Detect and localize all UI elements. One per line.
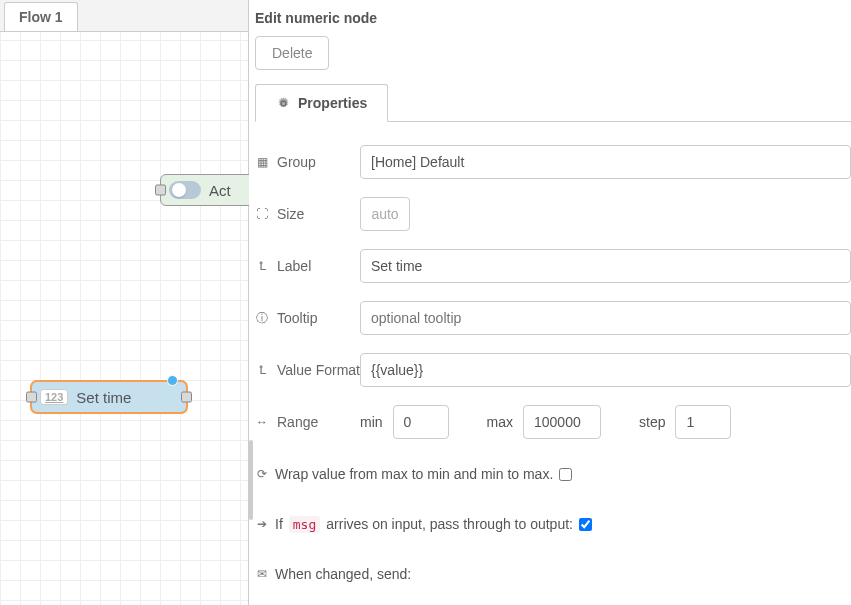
table-icon: ▦ <box>255 155 269 169</box>
info-icon: ⓘ <box>255 311 269 325</box>
label-input[interactable] <box>360 249 851 283</box>
switch-toggle-icon <box>169 181 201 199</box>
node-input-port[interactable] <box>26 392 37 403</box>
tooltip-label: Tooltip <box>277 310 317 326</box>
panel-title: Edit numeric node <box>255 6 851 36</box>
node-numeric[interactable]: 123 Set time <box>30 380 188 414</box>
resize-icon: ⛶ <box>255 207 269 221</box>
node-switch-label: Act <box>209 182 231 199</box>
arrow-right-icon: ➔ <box>255 517 269 531</box>
step-label: step <box>639 414 665 430</box>
max-input[interactable] <box>523 405 601 439</box>
workspace-canvas[interactable]: Flow 1 Act 123 Set time <box>0 0 249 605</box>
passthrough-checkbox[interactable] <box>579 518 592 531</box>
node-numeric-label: Set time <box>76 389 131 406</box>
max-label: max <box>487 414 513 430</box>
panel-tabs: Properties <box>255 84 851 122</box>
group-label: Group <box>277 154 316 170</box>
when-changed-label: When changed, send: <box>275 566 411 582</box>
scrollbar[interactable] <box>249 440 253 520</box>
arrows-h-icon: ↔ <box>255 415 269 429</box>
tab-properties[interactable]: Properties <box>255 84 388 122</box>
msg-code: msg <box>289 516 320 533</box>
node-input-port[interactable] <box>155 185 166 196</box>
text-cursor-icon: Ꝉ <box>255 363 269 377</box>
refresh-icon: ⟳ <box>255 467 269 481</box>
value-format-label: Value Format <box>277 362 360 378</box>
numeric-badge-icon: 123 <box>40 389 68 405</box>
edit-panel: Edit numeric node Delete Properties ▦ Gr… <box>249 0 851 605</box>
group-input[interactable] <box>360 145 851 179</box>
label-label: Label <box>277 258 311 274</box>
wrap-checkbox[interactable] <box>559 468 572 481</box>
flow-tab[interactable]: Flow 1 <box>4 2 78 31</box>
wrap-label: Wrap value from max to min and min to ma… <box>275 466 553 482</box>
min-input[interactable] <box>393 405 449 439</box>
min-label: min <box>360 414 383 430</box>
size-input[interactable] <box>360 197 410 231</box>
node-output-port[interactable] <box>181 392 192 403</box>
size-label: Size <box>277 206 304 222</box>
gear-icon <box>276 96 290 110</box>
tooltip-input[interactable] <box>360 301 851 335</box>
value-format-input[interactable] <box>360 353 851 387</box>
delete-button[interactable]: Delete <box>255 36 329 70</box>
text-cursor-icon: Ꝉ <box>255 259 269 273</box>
tab-properties-label: Properties <box>298 95 367 111</box>
step-input[interactable] <box>675 405 731 439</box>
passthrough-post: arrives on input, pass through to output… <box>326 516 573 532</box>
node-status-dot <box>167 375 178 386</box>
passthrough-pre: If <box>275 516 283 532</box>
range-label: Range <box>277 414 318 430</box>
flow-tabs-bar: Flow 1 <box>0 0 248 32</box>
envelope-icon: ✉ <box>255 567 269 581</box>
